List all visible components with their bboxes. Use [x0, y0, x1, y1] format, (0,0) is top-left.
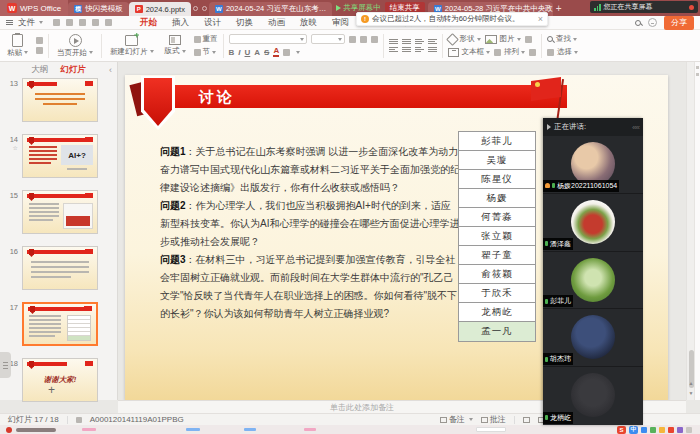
ime-lang-icon[interactable]: 中 [629, 426, 638, 434]
thumbnail-14[interactable]: AI+? [22, 134, 98, 178]
thumbnail-17[interactable] [22, 302, 98, 346]
align-center-icon[interactable] [402, 47, 411, 52]
italic-button[interactable]: I [238, 48, 240, 57]
find-button[interactable]: 查找 [547, 34, 578, 44]
strikethrough-button[interactable]: S [264, 48, 269, 57]
panel-drag-handle[interactable] [0, 352, 11, 378]
tab-animation[interactable]: 动画 [268, 17, 285, 29]
new-slide-button[interactable]: 新建幻灯片 [107, 35, 157, 57]
student-name-table[interactable]: 彭菲儿 吴璇 陈星仪 杨媛 何菁淼 张立颖 翟子童 俞筱颖 于欣禾 龙柄屹 孟一… [458, 131, 536, 342]
highlight-color-icon[interactable] [283, 49, 290, 56]
slide-thumb-16[interactable]: 16 [0, 246, 117, 290]
preview-icon[interactable] [79, 19, 86, 26]
slide-title[interactable]: 讨论 [199, 88, 235, 107]
ime-tool-icon[interactable] [677, 427, 683, 433]
print-icon[interactable] [66, 19, 73, 26]
tab-slideshow[interactable]: 放映 [300, 17, 317, 29]
thumbnail-18[interactable]: 谢谢大家! [22, 358, 98, 402]
hamburger-icon[interactable] [6, 20, 13, 25]
wps-home-tab[interactable]: W WPS Office [0, 0, 68, 16]
notes-toggle[interactable]: 备注 [440, 414, 473, 425]
participant-tile[interactable]: 潘泽鑫 [543, 194, 643, 252]
app-icon[interactable] [6, 427, 12, 433]
normal-view-icon[interactable] [523, 417, 530, 423]
textbox-button[interactable]: 文本框 [448, 47, 491, 57]
line-spacing-icon[interactable] [428, 47, 437, 52]
indent-decrease-icon[interactable] [415, 39, 424, 44]
participant-tile[interactable]: 彭菲儿 [543, 252, 643, 310]
play-from-current-button[interactable]: 当页开始 [54, 34, 96, 58]
underline-button[interactable]: U [245, 48, 251, 57]
clear-format-icon[interactable] [371, 36, 378, 43]
align-right-icon[interactable] [415, 47, 424, 52]
collapse-panel-arrows-icon[interactable]: «« [632, 123, 639, 132]
vertical-scrollbar[interactable]: ▲ ▼ [686, 62, 694, 400]
collapse-panel-icon[interactable]: ‹ [109, 65, 112, 75]
font-color-button[interactable]: A [273, 47, 279, 57]
paste-button[interactable]: 粘贴 [4, 34, 31, 58]
participant-tile[interactable]: 胡杰玮 [543, 309, 643, 367]
ime-tool-icon[interactable] [650, 427, 656, 433]
section-button[interactable]: 节 [194, 47, 218, 57]
font-family-select[interactable] [229, 34, 307, 44]
select-button[interactable]: 选择 [547, 47, 578, 57]
tab-design[interactable]: 设计 [204, 17, 221, 29]
comments-toggle[interactable]: 批注 [481, 414, 506, 425]
align-left-icon[interactable] [389, 47, 398, 52]
participant-tile[interactable]: 龙柄屹 [543, 367, 643, 425]
ime-tool-icon[interactable] [659, 427, 665, 433]
shapes-button[interactable]: 形状 [448, 34, 481, 44]
tab-doc-0524[interactable]: W 2024-05-24 习近平在山东考… [209, 2, 332, 16]
layout-button[interactable]: 版式 [162, 35, 189, 56]
bold-button[interactable]: B [229, 48, 235, 57]
indent-increase-icon[interactable] [428, 39, 437, 44]
font-size-select[interactable] [311, 34, 345, 44]
slide-thumb-14[interactable]: 14☆ AI+? [0, 134, 117, 178]
char-spacing-button[interactable]: A [254, 48, 260, 57]
reset-button[interactable]: 重置 [194, 34, 218, 44]
slides-tab[interactable]: 幻灯片 [60, 64, 86, 76]
bullet-list-icon[interactable] [389, 39, 398, 44]
discussion-questions-textbox[interactable]: 问题1：关于总书记在山东考察时强调 以进一步全面深化改革为动力 奋力谱写中国式现… [160, 143, 460, 323]
number-list-icon[interactable] [402, 39, 411, 44]
notification-close-icon[interactable]: × [538, 14, 543, 24]
copy-icon[interactable] [36, 47, 43, 54]
ime-tool-icon[interactable] [641, 427, 647, 433]
thumbnail-15[interactable] [22, 190, 98, 234]
increase-font-icon[interactable] [349, 36, 356, 43]
file-menu[interactable]: 文件 [18, 17, 43, 29]
add-slide-button[interactable]: + [48, 383, 55, 397]
ime-keyboard-icon[interactable] [686, 427, 692, 433]
more-format-icon[interactable] [296, 51, 300, 54]
tab-review[interactable]: 审阅 [332, 17, 349, 29]
slide-thumb-17-selected[interactable]: 17 [0, 302, 117, 346]
cut-icon[interactable] [36, 37, 43, 44]
sogou-logo-icon[interactable]: S [617, 426, 626, 434]
tab-insert[interactable]: 插入 [172, 17, 189, 29]
decrease-font-icon[interactable] [360, 36, 367, 43]
share-arrow-icon [336, 5, 341, 11]
picture-button[interactable]: 图片 [485, 34, 521, 44]
save-icon[interactable] [53, 19, 60, 26]
arrange-button[interactable]: 排列 [494, 47, 525, 57]
thumbnail-13[interactable] [22, 78, 98, 122]
undo-icon[interactable] [92, 19, 99, 26]
new-tab-button[interactable]: + [553, 3, 565, 14]
collapse-ribbon-icon[interactable] [648, 18, 657, 27]
participant-tile[interactable]: 杨媛202211061054 [543, 136, 643, 194]
search-icon[interactable] [635, 20, 641, 26]
slide-thumb-15[interactable]: 15 [0, 190, 117, 234]
slide-thumb-13[interactable]: 13 [0, 78, 117, 122]
avatar-insert-icon[interactable] [525, 36, 532, 43]
tab-transition[interactable]: 切换 [236, 17, 253, 29]
tab-active-pptx[interactable]: P 2024.6.pptx [129, 2, 191, 16]
ime-tool-icon[interactable] [668, 427, 674, 433]
thumbnail-16[interactable] [22, 246, 98, 290]
object-icon[interactable] [529, 49, 536, 56]
tab-template[interactable]: 模 快闪类模板 [68, 2, 129, 16]
tab-home[interactable]: 开始 [140, 17, 157, 29]
slide-thumb-18[interactable]: 18 谢谢大家! [0, 358, 117, 402]
redo-icon[interactable] [105, 19, 112, 26]
share-button[interactable]: 分享 [664, 16, 694, 30]
outline-tab[interactable]: 大纲 [31, 64, 48, 76]
